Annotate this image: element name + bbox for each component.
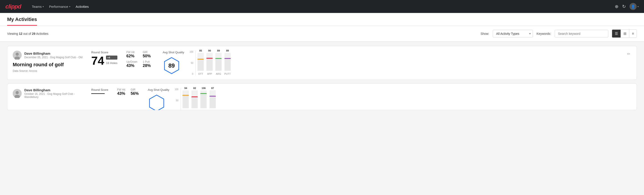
hexagon-icon [148, 94, 166, 110]
bar-group-app: 82 APP [192, 87, 198, 110]
toolbar: Viewing 12 out of 29 Activities Show: Al… [0, 26, 644, 42]
user-info: Dave Billingham December 05, 2021 · Gog … [13, 51, 84, 60]
logo[interactable]: clippd [5, 3, 21, 10]
user-name: Dave Billingham [24, 52, 82, 55]
metric-label: 1 Putt [143, 60, 154, 63]
page-title-area: My Activities [0, 13, 644, 26]
bar-value-arg: 89 [217, 49, 220, 52]
card-stats: Round Score FW Hit 43% GIR 56% Avg Shot … [91, 88, 631, 110]
bar-label-putt: PUTT [209, 110, 216, 110]
bar-label-arg: ARG [201, 110, 206, 110]
activity-type-dropdown-wrapper: All Activity Types ▾ [493, 30, 533, 38]
bar-value-app: 90 [208, 49, 211, 52]
bar-label-putt: PUTT [224, 72, 231, 75]
add-icon[interactable]: ⊕ [615, 4, 618, 9]
bar-value-putt: 87 [211, 87, 214, 90]
bar-group-app: 90 APP [206, 49, 213, 75]
search-input[interactable] [555, 30, 608, 38]
bar-top-app [206, 58, 213, 59]
metric-value: 28% [143, 63, 154, 68]
metric-fw-hit: FW Hit 43% [117, 88, 126, 96]
list-detail-view-button[interactable]: ≡ [629, 30, 637, 38]
hex-value: 89 [168, 62, 175, 69]
activity-type-dropdown[interactable]: All Activity Types [493, 30, 533, 38]
shot-quality: Avg Shot Quality 100 50 0 [148, 88, 631, 110]
performance-chevron-icon: ▾ [69, 5, 70, 8]
view-buttons: ☰ ⊞ ≡ [612, 30, 637, 38]
score-section: Round Score 74 +4 18 Holes [91, 51, 117, 66]
card-left: Dave Billingham October 16, 2021 · Gog M… [13, 88, 84, 101]
user-avatar-menu[interactable]: 👤 ▾ [630, 3, 639, 10]
bar-chart: 100 50 0 85 [190, 51, 230, 75]
metric-value: 50% [143, 54, 154, 58]
sq-label: Avg Shot Quality [163, 51, 184, 54]
nav-activities[interactable]: Activities [76, 5, 89, 8]
bar-group-ott: 85 OTT [198, 49, 204, 75]
score-holes: 18 Holes [106, 61, 117, 65]
metrics-grid: FW Hit 62% GIR 50% Up/Down 43% 1 Putt 28… [126, 51, 154, 68]
show-label: Show: [480, 32, 489, 36]
teams-chevron-icon: ▾ [42, 5, 44, 8]
list-compact-view-button[interactable]: ☰ [612, 30, 621, 38]
metric-value: 56% [131, 91, 139, 96]
svg-point-1 [16, 53, 19, 56]
bar-top-putt [224, 58, 231, 59]
user-name: Dave Billingham [24, 88, 84, 92]
avatar-chevron-icon: ▾ [638, 5, 639, 8]
bar-group-putt: 87 PUTT [209, 87, 216, 110]
header: clippd Teams ▾ Performance ▾ Activities … [0, 0, 644, 13]
bar-top-ott [198, 59, 204, 60]
svg-point-5 [16, 91, 19, 94]
bar-label-arg: ARG [216, 72, 221, 75]
bar-value-ott: 94 [184, 87, 187, 90]
header-right: ⊕ ↻ 👤 ▾ [615, 3, 639, 10]
score-label: Round Score [91, 88, 108, 92]
main-nav: Teams ▾ Performance ▾ Activities [32, 5, 89, 8]
metric-oneputt: 1 Putt 28% [143, 60, 154, 68]
score-placeholder [91, 93, 105, 94]
activity-card: Dave Billingham December 05, 2021 · Gog … [7, 46, 637, 80]
user-info: Dave Billingham October 16, 2021 · Gog M… [13, 88, 84, 98]
svg-marker-7 [150, 95, 164, 110]
chart-y-labels: 100 50 0 [175, 88, 178, 110]
nav-teams[interactable]: Teams ▾ [32, 5, 44, 8]
nav-performance[interactable]: Performance ▾ [49, 5, 70, 8]
metrics-grid: FW Hit 43% GIR 56% [117, 88, 139, 96]
bar-label-ott: OTT [183, 110, 188, 110]
metric-label: GIR [131, 88, 139, 91]
bar-top-arg [215, 58, 222, 59]
main-content: Dave Billingham December 05, 2021 · Gog … [0, 42, 644, 118]
score-label: Round Score [91, 51, 117, 54]
avatar [13, 51, 22, 60]
bar-group-arg: 89 ARG [215, 49, 222, 75]
card-stats: Round Score 74 +4 18 Holes FW Hit 62% GI… [91, 51, 619, 75]
chart-y-labels: 100 50 0 [190, 51, 193, 75]
metric-label: FW Hit [126, 51, 137, 54]
user-date: October 16, 2021 · Gog Magog Golf Club -… [24, 92, 84, 98]
shot-quality: Avg Shot Quality 89 100 50 [163, 51, 619, 75]
bar-label-ott: OTT [198, 72, 203, 75]
edit-button[interactable]: ✏ [626, 51, 631, 57]
card-left: Dave Billingham December 05, 2021 · Gog … [13, 51, 84, 72]
metric-fw-hit: FW Hit 62% [126, 51, 137, 58]
score-badge: +4 [106, 56, 117, 60]
grid-view-button[interactable]: ⊞ [621, 30, 629, 38]
user-date: December 05, 2021 · Gog Magog Golf Club … [24, 56, 82, 59]
viewing-text: Viewing 12 out of 29 Activities [7, 32, 476, 36]
bar-group-putt: 89 PUTT [224, 49, 231, 75]
metric-label: Up/Down [126, 60, 137, 63]
bar-value-putt: 89 [226, 49, 229, 52]
bar-chart-2: 100 50 0 94 OTT [175, 88, 216, 110]
bar-group-arg: 106 ARG [200, 87, 207, 110]
keywords-label: Keywords: [536, 32, 551, 36]
hexagon: 89 [163, 57, 180, 74]
metric-updown: Up/Down 43% [126, 60, 137, 68]
avatar-icon [13, 89, 22, 98]
avatar: 👤 [630, 3, 637, 10]
refresh-icon[interactable]: ↻ [622, 4, 626, 9]
metric-value: 43% [126, 63, 137, 68]
activity-title: Morning round of golf [13, 62, 84, 68]
bar-value-arg: 106 [202, 87, 206, 90]
score-section: Round Score [91, 88, 108, 94]
metric-gir: GIR 50% [143, 51, 154, 58]
